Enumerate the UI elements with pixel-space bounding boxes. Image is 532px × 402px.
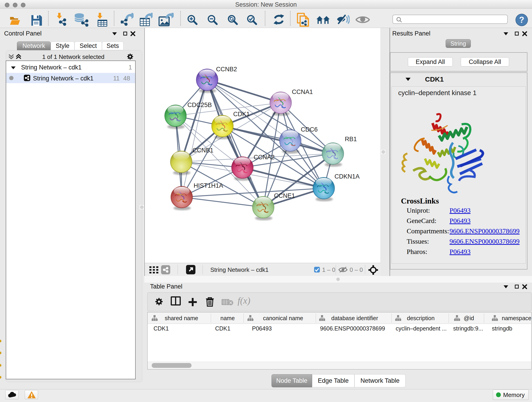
svg-text:CDK1: CDK1 (233, 111, 250, 118)
svg-text:CCNB1: CCNB1 (192, 147, 214, 154)
svg-text:RB1: RB1 (345, 136, 357, 143)
svg-text:CCNB2: CCNB2 (216, 66, 237, 73)
svg-text:CCNA1: CCNA1 (292, 89, 313, 95)
svg-text:CDC6: CDC6 (301, 126, 318, 133)
svg-text:CCNE1: CCNE1 (274, 192, 295, 199)
svg-text:?: ? (519, 15, 524, 25)
svg-text:CDC25B: CDC25B (187, 102, 212, 108)
svg-text:CDKN1A: CDKN1A (335, 173, 360, 180)
svg-text:HIST1H1A: HIST1H1A (194, 182, 223, 189)
svg-text:CCNA2: CCNA2 (254, 154, 275, 161)
